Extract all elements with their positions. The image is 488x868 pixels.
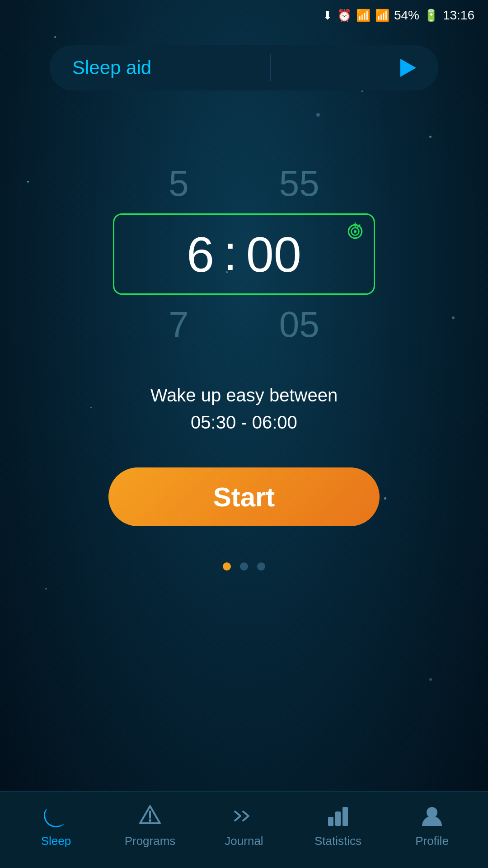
dot-2[interactable] (240, 562, 248, 571)
wakeup-line2: 05:30 - 06:00 (150, 409, 338, 436)
svg-rect-8 (328, 817, 333, 826)
profile-icon (418, 802, 446, 830)
nav-item-statistics[interactable]: Statistics (291, 802, 385, 848)
timer-below: 7 05 (169, 304, 319, 345)
nav-label-sleep: Sleep (41, 834, 71, 848)
nav-item-sleep[interactable]: Sleep (9, 802, 103, 848)
wifi-icon: 📶 (356, 9, 371, 23)
nav-label-statistics: Statistics (314, 834, 361, 848)
timer-hour: 6 (187, 226, 214, 283)
goal-icon (346, 221, 365, 240)
journal-icon (230, 802, 258, 830)
dot-3[interactable] (257, 562, 265, 571)
pagination-dots (223, 562, 265, 571)
signal-icon: 📶 (375, 9, 389, 23)
nav-label-profile: Profile (415, 834, 449, 848)
download-icon: ⬇ (323, 9, 333, 23)
svg-rect-10 (343, 807, 348, 826)
timer-colon: : (223, 224, 237, 281)
clock: 13:16 (443, 8, 474, 23)
start-button-label: Start (213, 481, 275, 513)
nav-item-programs[interactable]: Programs (103, 802, 197, 848)
start-button[interactable]: Start (108, 467, 380, 526)
battery-icon: 🔋 (424, 9, 438, 23)
timer-below-minutes: 05 (279, 304, 319, 345)
wakeup-text: Wake up easy between 05:30 - 06:00 (150, 382, 338, 436)
sleep-aid-banner[interactable]: Sleep aid (50, 45, 438, 90)
timer-section: 5 55 6 : 00 7 05 (0, 163, 488, 345)
svg-rect-9 (335, 811, 341, 826)
status-icons: ⬇ ⏰ 📶 📶 54% 🔋 13:16 (323, 8, 474, 23)
timer-above: 5 55 (169, 163, 319, 204)
play-icon (400, 59, 416, 77)
nav-item-journal[interactable]: Journal (197, 802, 291, 848)
svg-point-2 (354, 230, 357, 233)
timer-below-hour: 7 (169, 304, 189, 345)
sleep-icon (42, 802, 70, 830)
svg-point-7 (149, 819, 151, 822)
statistics-icon (324, 802, 352, 830)
battery-level: 54% (394, 8, 419, 23)
timer-minutes: 00 (246, 226, 301, 283)
timer-display: 6 : 00 (187, 224, 301, 285)
dot-1[interactable] (223, 562, 231, 571)
nav-label-programs: Programs (125, 834, 176, 848)
timer-above-minutes: 55 (279, 163, 319, 204)
timer-above-hour: 5 (169, 163, 189, 204)
wakeup-line1: Wake up easy between (150, 382, 338, 409)
play-button[interactable] (389, 50, 425, 86)
programs-icon (136, 802, 164, 830)
main-content: Sleep aid 5 55 6 : 00 (0, 27, 488, 571)
banner-divider (270, 54, 271, 81)
sleep-aid-title: Sleep aid (72, 57, 151, 79)
nav-item-profile[interactable]: Profile (385, 802, 479, 848)
nav-label-journal: Journal (225, 834, 263, 848)
timer-main[interactable]: 6 : 00 (113, 213, 375, 295)
alarm-icon: ⏰ (337, 9, 352, 23)
bottom-nav: Sleep Programs Journal Statistics (0, 791, 488, 868)
status-bar: ⬇ ⏰ 📶 📶 54% 🔋 13:16 (0, 0, 488, 27)
